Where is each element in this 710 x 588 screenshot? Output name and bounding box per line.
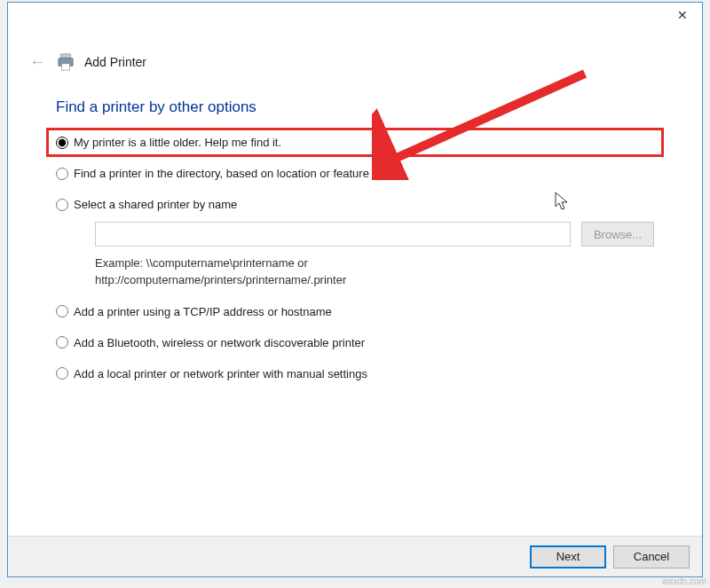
back-button[interactable]: ← xyxy=(29,53,47,72)
add-printer-dialog: ✕ ← Add Printer Find a printer by other … xyxy=(7,2,703,577)
close-button[interactable]: ✕ xyxy=(663,3,702,27)
titlebar: ✕ xyxy=(8,3,702,31)
label-tcpip[interactable]: Add a printer using a TCP/IP address or … xyxy=(74,305,332,318)
option-bluetooth[interactable]: Add a Bluetooth, wireless or network dis… xyxy=(56,336,654,349)
header-row: ← Add Printer xyxy=(8,31,702,72)
radio-directory[interactable] xyxy=(56,168,68,180)
dialog-footer: Next Cancel xyxy=(8,536,702,576)
svg-point-3 xyxy=(70,59,72,61)
svg-rect-2 xyxy=(61,64,69,70)
label-manual[interactable]: Add a local printer or network printer w… xyxy=(74,367,367,380)
radio-bluetooth[interactable] xyxy=(56,336,68,349)
radio-manual[interactable] xyxy=(56,367,68,380)
shared-input-row: Browse... xyxy=(56,222,654,247)
example-text: Example: \\computername\printername or h… xyxy=(56,255,654,289)
label-older-printer[interactable]: My printer is a little older. Help me fi… xyxy=(74,136,281,149)
shared-name-input[interactable] xyxy=(95,222,571,247)
label-directory[interactable]: Find a printer in the directory, based o… xyxy=(74,167,369,180)
watermark: wsxdn.com xyxy=(662,576,706,586)
svg-rect-0 xyxy=(61,54,71,59)
option-shared[interactable]: Select a shared printer by name xyxy=(56,198,654,211)
label-shared[interactable]: Select a shared printer by name xyxy=(74,198,237,211)
close-icon: ✕ xyxy=(677,8,688,22)
cancel-button[interactable]: Cancel xyxy=(613,545,690,568)
back-arrow-icon: ← xyxy=(29,53,45,71)
page-heading: Find a printer by other options xyxy=(56,98,654,116)
option-older-printer[interactable]: My printer is a little older. Help me fi… xyxy=(56,136,654,149)
option-directory[interactable]: Find a printer in the directory, based o… xyxy=(56,167,654,180)
example-line-1: Example: \\computername\printername or xyxy=(95,255,654,272)
option-manual[interactable]: Add a local printer or network printer w… xyxy=(56,367,654,380)
browse-button: Browse... xyxy=(581,222,654,247)
radio-tcpip[interactable] xyxy=(56,305,68,318)
option-tcpip[interactable]: Add a printer using a TCP/IP address or … xyxy=(56,305,654,318)
header-title: Add Printer xyxy=(84,55,146,69)
radio-shared[interactable] xyxy=(56,199,68,211)
example-line-2: http://computername/printers/printername… xyxy=(95,272,654,289)
highlight-annotation: My printer is a little older. Help me fi… xyxy=(46,128,664,157)
label-bluetooth[interactable]: Add a Bluetooth, wireless or network dis… xyxy=(74,336,365,349)
printer-icon xyxy=(56,52,75,72)
radio-older-printer[interactable] xyxy=(56,137,68,149)
next-button[interactable]: Next xyxy=(530,545,606,568)
content-area: Find a printer by other options My print… xyxy=(8,72,702,380)
